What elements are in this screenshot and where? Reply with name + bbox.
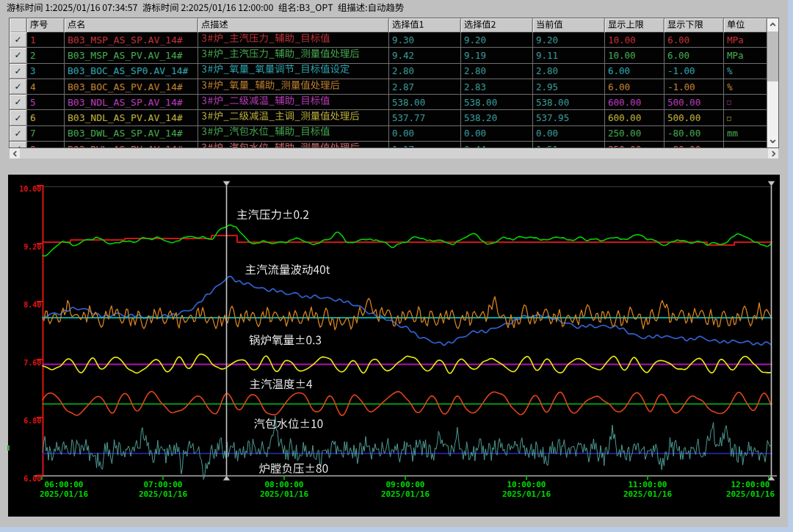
cell-unit-row4: %: [724, 79, 767, 95]
column-header-name: [65, 18, 198, 32]
trend-chart-panel[interactable]: 06:00:002025/01/1607:00:002025/01/1608:0…: [8, 175, 780, 517]
cell-name-row8: B03_DWL_AS_PV.AV_14#: [65, 142, 198, 147]
cell-hi-row4: 6.00: [605, 79, 665, 95]
row-checkbox-1[interactable]: ✓: [10, 32, 27, 48]
row-checkbox-4[interactable]: ✓: [10, 79, 27, 95]
cell-idx-row3: 3: [27, 64, 65, 79]
chart-annotation-2: [249, 335, 322, 350]
x-tick-time-2: 08:00:00: [265, 480, 304, 489]
tag-table-grid: ✓1B03_MSP_AS_SP.AV_14#9.309.209.2010.006…: [10, 18, 767, 147]
column-header-desc: [198, 18, 389, 32]
info-bar: [0, 0, 793, 16]
scroll-down-button[interactable]: [767, 135, 778, 147]
cell-sel2-row3: 2.80: [461, 64, 533, 79]
scroll-up-button[interactable]: [767, 18, 778, 31]
cell-desc-row7: [198, 126, 389, 142]
table-row-1[interactable]: ✓1B03_MSP_AS_SP.AV_14#9.309.209.2010.006…: [10, 32, 767, 48]
x-tick-time-5: 11:00:00: [629, 480, 667, 489]
cell-lo-row3: -1.00: [665, 64, 724, 79]
cell-idx-row2: 2: [27, 48, 65, 63]
x-tick-date-4: 2025/01/16: [502, 489, 551, 499]
cell-name-row1: B03_MSP_AS_SP.AV_14#: [65, 32, 198, 48]
table-row-4[interactable]: ✓4B03_BOC_AS_PV.AV_14#2.872.832.956.00-1…: [10, 79, 767, 95]
cell-sel1-row4: 2.87: [389, 79, 461, 95]
y-tick-label-2: 8.40: [23, 301, 41, 309]
cell-lo-row2: 6.00: [665, 48, 724, 63]
column-header-sel1: [389, 18, 461, 32]
table-row-8[interactable]: ✓8B03_DWL_AS_PV.AV_14#1.170.441.51250.00…: [10, 142, 767, 147]
cell-hi-row8: 250.00: [605, 142, 665, 147]
cell-sel2-row8: 0.44: [461, 142, 533, 147]
table-row-2[interactable]: ✓2B03_MSP_AS_PV.AV_14#9.429.199.1110.006…: [10, 48, 767, 63]
cell-hi-row1: 10.00: [605, 32, 665, 48]
cursor-handle-top-2[interactable]: [768, 181, 775, 186]
cursor-handle-top-1[interactable]: [223, 181, 230, 186]
cell-desc-row4: [198, 79, 389, 95]
cell-idx-row8: 8: [27, 142, 65, 147]
column-header-cur: [533, 18, 605, 32]
scroll-right-button[interactable]: [768, 148, 778, 158]
cell-unit-row5: □: [724, 95, 767, 110]
cell-unit-row6: □: [724, 110, 767, 125]
window-edge-right: [788, 0, 793, 532]
cell-name-row3: B03_BOC_AS_SP0.AV_14#: [65, 64, 198, 79]
cursor2-time-label: [142, 2, 274, 14]
cell-unit-row8: mm: [724, 142, 767, 147]
trend-chart-plot: 06:00:002025/01/1607:00:002025/01/1608:0…: [8, 175, 780, 517]
x-tick-time-3: 09:00:00: [386, 480, 425, 489]
cell-lo-row7: -80.00: [665, 126, 724, 142]
cell-hi-row7: 250.00: [605, 126, 665, 142]
cell-idx-row6: 6: [27, 110, 65, 125]
vscroll-thumb[interactable]: [767, 32, 778, 81]
cell-unit-row3: %: [724, 64, 767, 79]
row-checkbox-6[interactable]: ✓: [10, 110, 27, 125]
cell-sel1-row3: 2.80: [389, 64, 461, 79]
cell-unit-row7: mm: [724, 126, 767, 142]
cell-cur-row4: 2.95: [533, 79, 605, 95]
cell-cur-row2: 9.11: [533, 48, 605, 63]
cell-lo-row6: 500.00: [665, 110, 724, 125]
cell-desc-row8: [198, 142, 389, 147]
table-row-6[interactable]: ✓6B03_NDL_AS_PV.AV_14#537.77538.20537.95…: [10, 110, 767, 125]
cell-hi-row2: 10.00: [605, 48, 665, 63]
row-checkbox-3[interactable]: ✓: [10, 64, 27, 79]
table-horizontal-scrollbar[interactable]: [10, 148, 778, 158]
cell-lo-row4: -1.00: [665, 79, 724, 95]
cell-sel2-row4: 2.83: [461, 79, 533, 95]
cell-unit-row2: MPa: [724, 48, 767, 63]
chart-annotation-0: [236, 209, 310, 225]
series-pressure_sp: [43, 236, 772, 245]
cell-hi-row6: 600.00: [605, 110, 665, 125]
row-checkbox-8[interactable]: ✓: [10, 142, 27, 147]
column-header-check: [10, 18, 27, 32]
cursor-handle-bottom-1[interactable]: [223, 476, 230, 481]
cell-idx-row7: 7: [27, 126, 65, 142]
x-tick-date-6: 2025/01/16: [726, 489, 775, 499]
cell-unit-row1: MPa: [724, 32, 767, 48]
row-checkbox-5[interactable]: ✓: [10, 95, 27, 110]
cell-name-row2: B03_MSP_AS_PV.AV_14#: [65, 48, 198, 63]
cell-name-row6: B03_NDL_AS_PV.AV_14#: [65, 110, 198, 125]
cell-sel2-row7: 0.00: [461, 126, 533, 142]
column-header-unit: [724, 18, 767, 32]
table-row-3[interactable]: ✓3B03_BOC_AS_SP0.AV_14#2.802.802.806.00-…: [10, 64, 767, 79]
series-flow_pv: [43, 277, 771, 346]
x-tick-date-3: 2025/01/16: [381, 489, 430, 499]
scroll-left-button[interactable]: [10, 148, 20, 158]
table-row-7[interactable]: ✓7B03_DWL_AS_SP.AV_14#0.000.000.00250.00…: [10, 126, 767, 142]
row-checkbox-7[interactable]: ✓: [10, 126, 27, 142]
y-tick-label-1: 9.20: [23, 243, 41, 251]
table-vertical-scrollbar[interactable]: [767, 18, 778, 147]
series-pressure_pv: [43, 225, 771, 256]
window-edge-bottom: [0, 527, 793, 532]
cell-sel2-row6: 538.20: [461, 110, 533, 125]
x-tick-time-1: 07:00:00: [144, 480, 183, 489]
cell-sel2-row1: 9.20: [461, 32, 533, 48]
row-checkbox-2[interactable]: ✓: [10, 48, 27, 63]
hscroll-thumb[interactable]: [20, 148, 768, 158]
cell-cur-row3: 2.80: [533, 64, 605, 79]
cell-cur-row5: 538.00: [533, 95, 605, 110]
table-row-5[interactable]: ✓5B03_NDL_AS_SP.AV_14#538.00538.00538.00…: [10, 95, 767, 110]
cell-sel1-row8: 1.17: [389, 142, 461, 147]
cell-sel2-row5: 538.00: [461, 95, 533, 110]
